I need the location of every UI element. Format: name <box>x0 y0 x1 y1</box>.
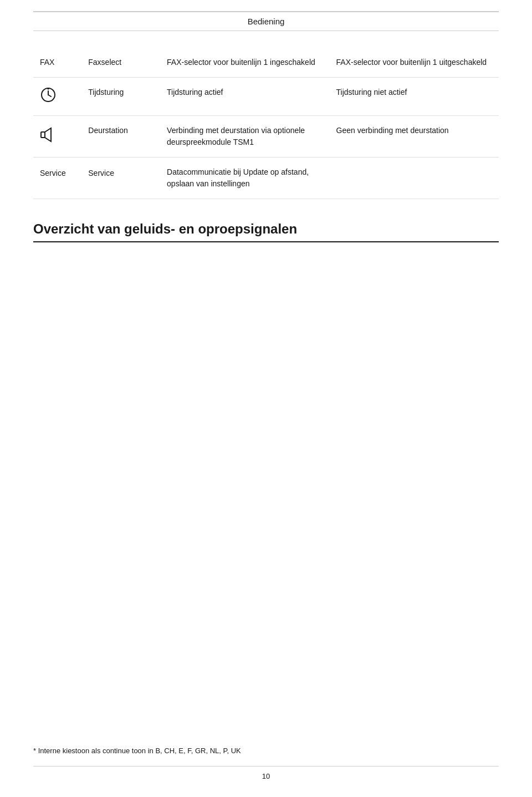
speaker-icon <box>40 127 57 143</box>
tijdsturing-desc1: Tijdsturing actief <box>160 78 329 116</box>
footnote: * Interne kiestoon als continue toon in … <box>33 747 499 755</box>
table-row: Service Service Datacommunicatie bij Upd… <box>33 158 499 199</box>
clock-icon-cell <box>33 78 81 116</box>
table-row: FAX Faxselect FAX-selector voor buitenli… <box>33 48 499 78</box>
bediening-table: FAX Faxselect FAX-selector voor buitenli… <box>33 48 499 199</box>
deurstation-label: Deurstation <box>81 116 160 158</box>
deurstation-desc1: Verbinding met deurstation via optionele… <box>160 116 329 158</box>
tijdsturing-label: Tijdsturing <box>81 78 160 116</box>
svg-rect-4 <box>41 132 45 138</box>
table-row: Tijdsturing Tijdsturing actief Tijdsturi… <box>33 78 499 116</box>
footer-divider <box>33 766 499 766</box>
table-row: Deurstation Verbinding met deurstation v… <box>33 116 499 158</box>
faxselect-label: Faxselect <box>81 48 160 78</box>
fax-text-icon: FAX <box>40 58 54 67</box>
page-number: 10 <box>33 772 499 780</box>
service-desc2 <box>330 158 499 199</box>
fax-desc1: FAX-selector voor buitenlijn 1 ingeschak… <box>160 48 329 78</box>
overzicht-divider <box>33 241 499 242</box>
section-header-title: Bediening <box>248 17 285 26</box>
service-desc1: Datacommunicatie bij Update op afstand, … <box>160 158 329 199</box>
fax-icon-cell: FAX <box>33 48 81 78</box>
service-label: Service <box>81 158 160 199</box>
svg-point-3 <box>48 88 49 90</box>
section-header: Bediening <box>33 11 499 31</box>
overzicht-heading: Overzicht van geluids- en oproepsignalen <box>33 221 499 237</box>
tijdsturing-desc2: Tijdsturing niet actief <box>330 78 499 116</box>
svg-line-2 <box>48 95 51 97</box>
clock-icon <box>40 87 57 103</box>
service-icon-cell: Service <box>33 158 81 199</box>
deurstation-desc2: Geen verbinding met deurstation <box>330 116 499 158</box>
page-footer: * Interne kiestoon als continue toon in … <box>33 747 499 780</box>
speaker-icon-cell <box>33 116 81 158</box>
svg-marker-5 <box>45 128 51 141</box>
fax-desc2: FAX-selector voor buitenlijn 1 uitgescha… <box>330 48 499 78</box>
page-container: Bediening FAX Faxselect FAX-selector voo… <box>0 11 532 797</box>
service-icon-text: Service <box>40 169 66 177</box>
